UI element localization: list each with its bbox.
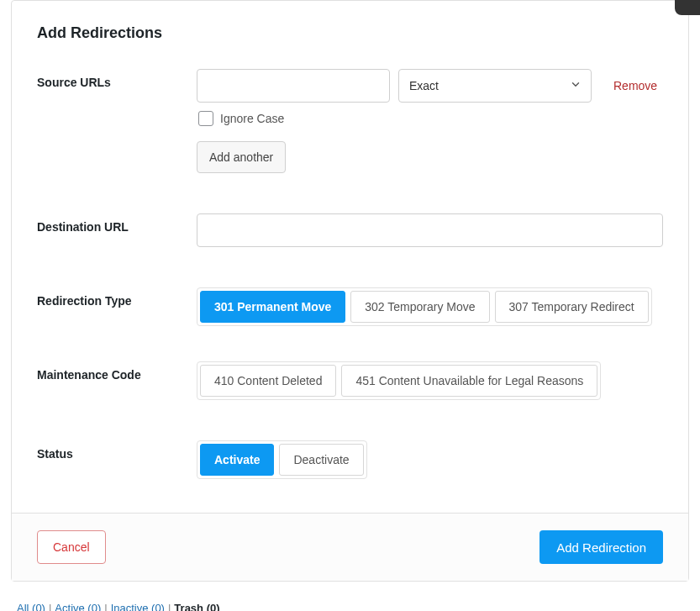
page-title: Add Redirections [37, 24, 663, 42]
filter-tabs-strip: All (0)|Active (0)|Inactive (0)|Trash (0… [17, 602, 689, 611]
tab-separator: | [168, 602, 171, 611]
filter-tab-2[interactable]: Inactive (0) [111, 602, 165, 611]
add-another-button[interactable]: Add another [197, 141, 286, 173]
label-status: Status [37, 440, 197, 461]
status-group: ActivateDeactivate [197, 440, 367, 479]
source-url-input[interactable] [197, 69, 390, 103]
filter-tab-3[interactable]: Trash (0) [174, 602, 219, 611]
row-destination-url: Destination URL [37, 213, 663, 247]
redirection-type-option-0[interactable]: 301 Permanent Move [200, 291, 345, 323]
row-status: Status ActivateDeactivate [37, 440, 663, 479]
field-maintenance-code: 410 Content Deleted451 Content Unavailab… [197, 361, 663, 400]
label-maintenance-code: Maintenance Code [37, 361, 197, 382]
source-url-line: Exact Remove [197, 69, 663, 103]
status-option-1[interactable]: Deactivate [279, 444, 363, 476]
add-redirection-button[interactable]: Add Redirection [539, 530, 663, 564]
field-source-urls: Exact Remove Ignore Case Add another [197, 69, 663, 173]
tab-separator: | [49, 602, 51, 611]
match-mode-select-wrap: Exact [398, 69, 592, 103]
row-redirection-type: Redirection Type 301 Permanent Move302 T… [37, 287, 663, 326]
row-source-urls: Source URLs Exact Remove [37, 69, 663, 173]
filter-tab-1[interactable]: Active (0) [55, 602, 101, 611]
label-redirection-type: Redirection Type [37, 287, 197, 308]
add-redirections-panel: Add Redirections Source URLs Exact Remov… [11, 0, 689, 582]
panel-body: Add Redirections Source URLs Exact Remov… [12, 1, 688, 513]
remove-source-link[interactable]: Remove [613, 79, 657, 92]
field-status: ActivateDeactivate [197, 440, 663, 479]
ignore-case-checkbox[interactable] [198, 111, 213, 126]
field-redirection-type: 301 Permanent Move302 Temporary Move307 … [197, 287, 663, 326]
maintenance-code-group: 410 Content Deleted451 Content Unavailab… [197, 361, 601, 400]
label-destination-url: Destination URL [37, 213, 197, 234]
status-option-0[interactable]: Activate [200, 444, 274, 476]
corner-decoration [675, 0, 700, 15]
panel-footer: Cancel Add Redirection [12, 513, 688, 581]
redirection-type-option-1[interactable]: 302 Temporary Move [350, 291, 489, 323]
field-destination-url [197, 213, 663, 247]
row-maintenance-code: Maintenance Code 410 Content Deleted451 … [37, 361, 663, 400]
ignore-case-label[interactable]: Ignore Case [220, 112, 284, 125]
maintenance-code-option-1[interactable]: 451 Content Unavailable for Legal Reason… [341, 365, 597, 397]
redirection-type-group: 301 Permanent Move302 Temporary Move307 … [197, 287, 652, 326]
tab-separator: | [104, 602, 107, 611]
filter-tab-0[interactable]: All (0) [17, 602, 45, 611]
match-mode-select[interactable]: Exact [398, 69, 592, 103]
ignore-case-row: Ignore Case [198, 111, 663, 126]
maintenance-code-option-0[interactable]: 410 Content Deleted [200, 365, 336, 397]
destination-url-input[interactable] [197, 213, 663, 247]
label-source-urls: Source URLs [37, 69, 197, 89]
redirection-type-option-2[interactable]: 307 Temporary Redirect [495, 291, 649, 323]
cancel-button[interactable]: Cancel [37, 530, 106, 564]
